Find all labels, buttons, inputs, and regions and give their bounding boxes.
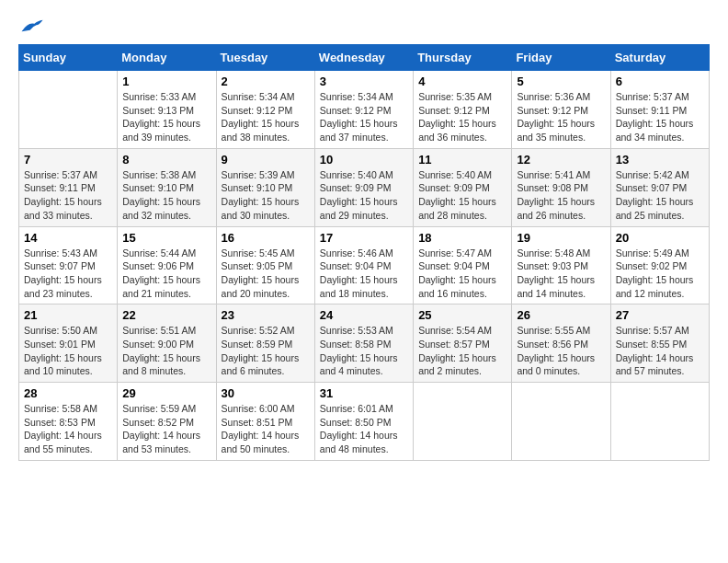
- day-number: 28: [24, 386, 112, 400]
- calendar-cell: 9Sunrise: 5:39 AMSunset: 9:10 PMDaylight…: [216, 148, 314, 226]
- day-info: Sunrise: 5:54 AMSunset: 8:57 PMDaylight:…: [418, 324, 506, 378]
- calendar-cell: [19, 71, 118, 149]
- day-header-monday: Monday: [118, 45, 216, 71]
- day-number: 1: [122, 75, 210, 88]
- logo-icon: [18, 18, 44, 35]
- calendar-cell: 13Sunrise: 5:42 AMSunset: 9:07 PMDayligh…: [610, 148, 709, 226]
- calendar-cell: 29Sunrise: 5:59 AMSunset: 8:52 PMDayligh…: [118, 383, 216, 461]
- calendar-cell: 6Sunrise: 5:37 AMSunset: 9:11 PMDaylight…: [610, 71, 709, 149]
- day-info: Sunrise: 5:48 AMSunset: 9:03 PMDaylight:…: [517, 247, 605, 301]
- week-row-3: 14Sunrise: 5:43 AMSunset: 9:07 PMDayligh…: [19, 226, 710, 304]
- calendar-cell: 5Sunrise: 5:36 AMSunset: 9:12 PMDaylight…: [512, 71, 610, 149]
- day-info: Sunrise: 5:52 AMSunset: 8:59 PMDaylight:…: [222, 324, 310, 378]
- calendar-cell: 14Sunrise: 5:43 AMSunset: 9:07 PMDayligh…: [19, 226, 118, 304]
- calendar-cell: 25Sunrise: 5:54 AMSunset: 8:57 PMDayligh…: [414, 304, 512, 383]
- calendar-cell: 11Sunrise: 5:40 AMSunset: 9:09 PMDayligh…: [414, 148, 512, 226]
- calendar-cell: 2Sunrise: 5:34 AMSunset: 9:12 PMDaylight…: [216, 71, 314, 149]
- day-info: Sunrise: 6:00 AMSunset: 8:51 PMDaylight:…: [222, 402, 310, 456]
- day-header-saturday: Saturday: [610, 45, 709, 71]
- calendar-cell: 27Sunrise: 5:57 AMSunset: 8:55 PMDayligh…: [610, 304, 709, 383]
- day-info: Sunrise: 5:50 AMSunset: 9:01 PMDaylight:…: [24, 324, 112, 378]
- calendar-cell: 15Sunrise: 5:44 AMSunset: 9:06 PMDayligh…: [118, 226, 216, 304]
- day-number: 20: [616, 231, 704, 245]
- day-number: 15: [122, 231, 210, 245]
- calendar-cell: 18Sunrise: 5:47 AMSunset: 9:04 PMDayligh…: [414, 226, 512, 304]
- calendar-cell: 30Sunrise: 6:00 AMSunset: 8:51 PMDayligh…: [216, 383, 314, 461]
- day-info: Sunrise: 5:51 AMSunset: 9:00 PMDaylight:…: [122, 324, 210, 378]
- logo: [18, 18, 44, 35]
- calendar-cell: [610, 383, 709, 461]
- day-info: Sunrise: 5:34 AMSunset: 9:12 PMDaylight:…: [222, 90, 310, 144]
- day-header-wednesday: Wednesday: [314, 45, 413, 71]
- day-number: 11: [418, 153, 506, 167]
- calendar-cell: 28Sunrise: 5:58 AMSunset: 8:53 PMDayligh…: [19, 383, 118, 461]
- day-info: Sunrise: 5:53 AMSunset: 8:58 PMDaylight:…: [320, 324, 408, 378]
- day-header-friday: Friday: [512, 45, 610, 71]
- day-info: Sunrise: 6:01 AMSunset: 8:50 PMDaylight:…: [320, 402, 408, 456]
- day-number: 2: [222, 75, 310, 88]
- day-number: 9: [222, 153, 310, 167]
- calendar-cell: 10Sunrise: 5:40 AMSunset: 9:09 PMDayligh…: [314, 148, 413, 226]
- day-info: Sunrise: 5:49 AMSunset: 9:02 PMDaylight:…: [616, 247, 704, 301]
- week-row-2: 7Sunrise: 5:37 AMSunset: 9:11 PMDaylight…: [19, 148, 710, 226]
- calendar-cell: 7Sunrise: 5:37 AMSunset: 9:11 PMDaylight…: [19, 148, 118, 226]
- day-header-tuesday: Tuesday: [216, 45, 314, 71]
- day-header-sunday: Sunday: [19, 45, 118, 71]
- day-info: Sunrise: 5:35 AMSunset: 9:12 PMDaylight:…: [418, 90, 506, 144]
- day-info: Sunrise: 5:37 AMSunset: 9:11 PMDaylight:…: [24, 168, 112, 223]
- calendar-cell: [414, 383, 512, 461]
- day-number: 4: [418, 75, 506, 88]
- day-number: 18: [418, 231, 506, 245]
- calendar-cell: 16Sunrise: 5:45 AMSunset: 9:05 PMDayligh…: [216, 226, 314, 304]
- calendar-cell: 1Sunrise: 5:33 AMSunset: 9:13 PMDaylight…: [118, 71, 216, 149]
- day-number: 10: [320, 153, 408, 167]
- day-info: Sunrise: 5:34 AMSunset: 9:12 PMDaylight:…: [320, 90, 408, 144]
- day-number: 31: [320, 386, 408, 400]
- day-number: 16: [222, 231, 310, 245]
- day-number: 27: [616, 308, 704, 322]
- day-info: Sunrise: 5:45 AMSunset: 9:05 PMDaylight:…: [222, 247, 310, 301]
- day-number: 25: [418, 308, 506, 322]
- calendar-cell: 31Sunrise: 6:01 AMSunset: 8:50 PMDayligh…: [314, 383, 413, 461]
- calendar-cell: 3Sunrise: 5:34 AMSunset: 9:12 PMDaylight…: [314, 71, 413, 149]
- day-header-thursday: Thursday: [414, 45, 512, 71]
- calendar-cell: 8Sunrise: 5:38 AMSunset: 9:10 PMDaylight…: [118, 148, 216, 226]
- calendar-table: SundayMondayTuesdayWednesdayThursdayFrid…: [18, 44, 710, 461]
- day-number: 29: [122, 386, 210, 400]
- calendar-cell: 26Sunrise: 5:55 AMSunset: 8:56 PMDayligh…: [512, 304, 610, 383]
- day-number: 14: [24, 231, 112, 245]
- calendar-cell: 4Sunrise: 5:35 AMSunset: 9:12 PMDaylight…: [414, 71, 512, 149]
- calendar-cell: 23Sunrise: 5:52 AMSunset: 8:59 PMDayligh…: [216, 304, 314, 383]
- day-number: 12: [517, 153, 605, 167]
- page-header: [18, 18, 710, 35]
- week-row-5: 28Sunrise: 5:58 AMSunset: 8:53 PMDayligh…: [19, 383, 710, 461]
- calendar-cell: 21Sunrise: 5:50 AMSunset: 9:01 PMDayligh…: [19, 304, 118, 383]
- day-info: Sunrise: 5:36 AMSunset: 9:12 PMDaylight:…: [517, 90, 605, 144]
- day-number: 17: [320, 231, 408, 245]
- calendar-cell: 24Sunrise: 5:53 AMSunset: 8:58 PMDayligh…: [314, 304, 413, 383]
- day-info: Sunrise: 5:43 AMSunset: 9:07 PMDaylight:…: [24, 247, 112, 301]
- day-info: Sunrise: 5:38 AMSunset: 9:10 PMDaylight:…: [122, 168, 210, 223]
- day-number: 24: [320, 308, 408, 322]
- day-number: 6: [616, 75, 704, 88]
- day-info: Sunrise: 5:57 AMSunset: 8:55 PMDaylight:…: [616, 324, 704, 378]
- day-info: Sunrise: 5:33 AMSunset: 9:13 PMDaylight:…: [122, 90, 210, 144]
- calendar-cell: 20Sunrise: 5:49 AMSunset: 9:02 PMDayligh…: [610, 226, 709, 304]
- day-info: Sunrise: 5:40 AMSunset: 9:09 PMDaylight:…: [320, 168, 408, 223]
- calendar-cell: [512, 383, 610, 461]
- day-number: 7: [24, 153, 112, 167]
- day-info: Sunrise: 5:40 AMSunset: 9:09 PMDaylight:…: [418, 168, 506, 223]
- day-number: 22: [122, 308, 210, 322]
- day-info: Sunrise: 5:46 AMSunset: 9:04 PMDaylight:…: [320, 247, 408, 301]
- calendar-cell: 22Sunrise: 5:51 AMSunset: 9:00 PMDayligh…: [118, 304, 216, 383]
- day-number: 30: [222, 386, 310, 400]
- day-info: Sunrise: 5:41 AMSunset: 9:08 PMDaylight:…: [517, 168, 605, 223]
- day-number: 26: [517, 308, 605, 322]
- day-number: 21: [24, 308, 112, 322]
- day-info: Sunrise: 5:37 AMSunset: 9:11 PMDaylight:…: [616, 90, 704, 144]
- week-row-4: 21Sunrise: 5:50 AMSunset: 9:01 PMDayligh…: [19, 304, 710, 383]
- week-row-1: 1Sunrise: 5:33 AMSunset: 9:13 PMDaylight…: [19, 71, 710, 149]
- day-number: 19: [517, 231, 605, 245]
- day-info: Sunrise: 5:44 AMSunset: 9:06 PMDaylight:…: [122, 247, 210, 301]
- calendar-cell: 19Sunrise: 5:48 AMSunset: 9:03 PMDayligh…: [512, 226, 610, 304]
